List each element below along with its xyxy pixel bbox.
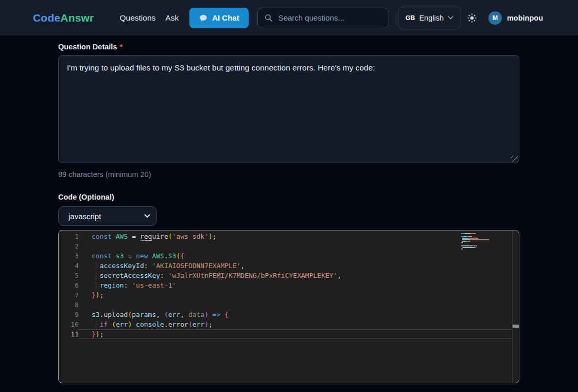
line-content: }); (79, 290, 512, 300)
code-line[interactable]: 1const AWS = require('aws-sdk'); (59, 231, 512, 241)
search-icon (264, 13, 273, 22)
code-line[interactable]: 10 if (err) console.error(err); (59, 319, 512, 329)
search-input[interactable] (277, 13, 382, 23)
line-number: 9 (59, 310, 79, 319)
search-box (257, 8, 389, 28)
navbar: CodeAnswr Questions Ask AI Chat GB Engli… (0, 0, 578, 35)
chevron-down-icon (448, 16, 453, 20)
line-content: if (err) console.error(err); (79, 319, 512, 329)
username: mobinpou (507, 14, 543, 22)
question-details-label-text: Question Details (58, 43, 117, 51)
language-country-code: GB (406, 14, 415, 22)
line-number: 8 (59, 300, 79, 310)
line-number: 3 (59, 251, 79, 261)
ai-chat-label: AI Chat (212, 13, 239, 22)
user-menu[interactable]: M mobinpou (488, 11, 543, 25)
nav-link-questions[interactable]: Questions (120, 13, 156, 23)
logo-part-answr: Answr (60, 12, 94, 24)
code-line[interactable]: 9s3.upload(params, (err, data) => { (59, 310, 512, 319)
line-content (79, 300, 512, 310)
page: CodeAnswr Questions Ask AI Chat GB Engli… (0, 0, 578, 392)
line-content: const s3 = new AWS.S3({ (79, 251, 512, 261)
line-number: 10 (59, 319, 79, 329)
question-details-textarea[interactable]: I'm trying to upload files to my S3 buck… (58, 55, 519, 163)
code-optional-label: Code (Optional) (58, 193, 114, 201)
line-content (79, 241, 512, 251)
line-content: region: 'us-east-1' (79, 280, 512, 290)
line-number: 6 (59, 280, 79, 290)
overview-cursor-mark (513, 325, 519, 328)
code-line[interactable]: 5 secretAccessKey: 'wJalrXUtnFEMI/K7MDEN… (59, 271, 512, 280)
line-number: 5 (59, 271, 79, 280)
avatar: M (488, 11, 502, 25)
language-selector[interactable]: GB English (398, 7, 461, 29)
theme-toggle-button[interactable] (465, 11, 479, 25)
line-content: }); (79, 329, 512, 339)
ask-question-form: Question Details* I'm trying to upload f… (58, 35, 519, 392)
sun-icon (467, 13, 477, 23)
code-line[interactable]: 2 (59, 241, 512, 251)
character-count: 89 characters (minimum 20) (58, 170, 151, 179)
ai-chat-button[interactable]: AI Chat (189, 8, 249, 28)
code-language-select-wrap: javascript (58, 206, 157, 226)
line-content: secretAccessKey: 'wJalrXUtnFEMI/K7MDENG/… (79, 271, 512, 280)
code-line[interactable]: 11}); (59, 329, 512, 339)
nav-link-ask[interactable]: Ask (165, 13, 179, 23)
code-line[interactable]: 8 (59, 300, 512, 310)
line-content: accessKeyId: 'AKIAIOSFODNN7EXAMPLE', (79, 261, 512, 271)
line-content: s3.upload(params, (err, data) => { (79, 310, 512, 319)
minimap[interactable] (461, 233, 511, 250)
language-label: English (419, 14, 444, 22)
line-number: 1 (59, 231, 79, 241)
code-language-select[interactable]: javascript (58, 206, 157, 226)
code-line[interactable]: 3const s3 = new AWS.S3({ (59, 251, 512, 261)
required-marker: * (119, 43, 122, 51)
code-line[interactable]: 7}); (59, 290, 512, 300)
line-number: 7 (59, 290, 79, 300)
line-number: 4 (59, 261, 79, 271)
nav-links: Questions Ask (120, 13, 179, 23)
code-lines: 1const AWS = require('aws-sdk');23const … (59, 231, 512, 339)
app-logo[interactable]: CodeAnswr (33, 12, 94, 24)
minimap-line (461, 248, 511, 250)
question-details-label: Question Details* (58, 43, 122, 51)
code-line[interactable]: 6 region: 'us-east-1' (59, 280, 512, 290)
line-number: 11 (59, 329, 79, 339)
chat-bubble-icon (199, 13, 208, 23)
code-line[interactable]: 4 accessKeyId: 'AKIAIOSFODNN7EXAMPLE', (59, 261, 512, 271)
overview-ruler-scrollbar[interactable] (512, 230, 519, 383)
line-content: const AWS = require('aws-sdk'); (79, 231, 512, 241)
logo-part-code: Code (33, 12, 60, 24)
line-number: 2 (59, 241, 79, 251)
code-editor[interactable]: 1const AWS = require('aws-sdk');23const … (58, 230, 519, 383)
